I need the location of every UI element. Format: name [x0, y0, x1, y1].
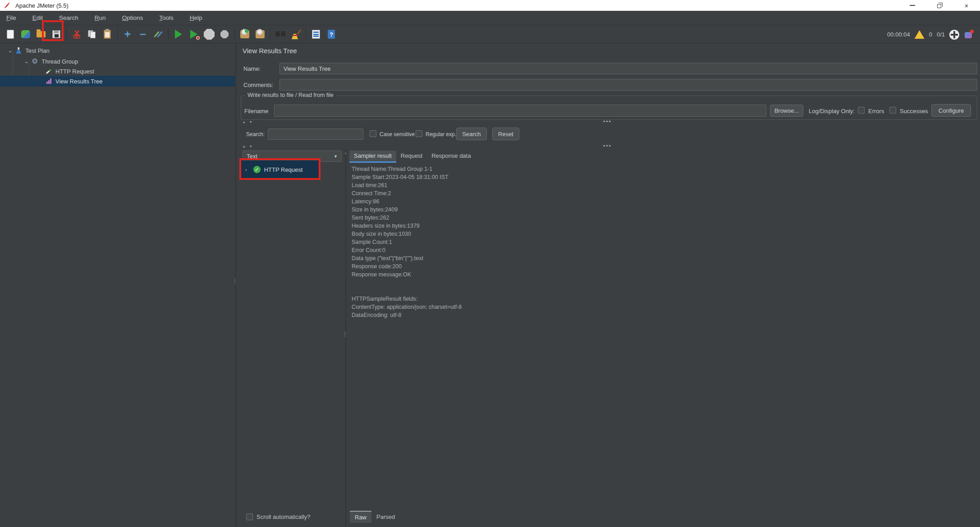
- toggle-icon[interactable]: [151, 27, 165, 41]
- menu-item[interactable]: File: [3, 12, 22, 23]
- search-icon[interactable]: [274, 27, 287, 41]
- filename-input[interactable]: [274, 105, 766, 117]
- tree-item-thread-group[interactable]: ⌄ ⚙ Thread Group: [24, 56, 78, 67]
- splitter-grip[interactable]: •••: [603, 119, 612, 125]
- sampler-result-line: Sample Count:1: [352, 238, 938, 246]
- reset-button[interactable]: Reset: [492, 128, 519, 140]
- tree-item-test-plan[interactable]: ⌄ Test Plan: [8, 45, 50, 56]
- remove-icon[interactable]: −: [136, 27, 150, 41]
- thread-activity-icon[interactable]: [964, 30, 974, 40]
- case-sensitive-checkbox[interactable]: [370, 130, 376, 137]
- jmeter-logo-icon: [4, 2, 11, 9]
- menu-item[interactable]: Search: [55, 12, 84, 23]
- close-button[interactable]: ×: [953, 0, 980, 11]
- sampler-result-line: Latency:86: [352, 197, 938, 206]
- toolbar-separator: [306, 28, 306, 40]
- chevron-down-icon[interactable]: ⌄: [24, 59, 28, 64]
- chevron-right-icon[interactable]: ›: [245, 167, 247, 172]
- sampler-result-line: Response message:OK: [352, 270, 938, 279]
- result-tabbar: Sampler result Request Response data: [349, 150, 476, 161]
- shutdown-icon[interactable]: [218, 27, 231, 41]
- minimize-button[interactable]: [899, 0, 926, 11]
- warning-count: 0: [929, 31, 932, 38]
- splitter-arrows[interactable]: ▲ ▼: [243, 120, 254, 124]
- start-icon[interactable]: [172, 27, 185, 41]
- test-plan-tree: ⌄ Test Plan ⌄ ⚙ Thread Group HTTP Reques…: [0, 43, 235, 527]
- title-bar: Apache JMeter (5.5) ×: [0, 0, 980, 11]
- new-icon[interactable]: [4, 27, 17, 41]
- templates-icon[interactable]: [19, 27, 32, 41]
- tree-item-label: HTTP Request: [55, 68, 94, 75]
- success-shield-icon: ✓: [253, 166, 261, 173]
- sampler-result-line: Data type ("text"|"bin"|""):text: [352, 254, 938, 262]
- function-helper-icon[interactable]: [309, 27, 323, 41]
- tab-response-data[interactable]: Response data: [427, 151, 475, 161]
- save-icon[interactable]: [50, 27, 63, 41]
- tab-raw[interactable]: Raw: [350, 511, 371, 523]
- browse-button[interactable]: Browse...: [770, 105, 803, 117]
- results-splitter[interactable]: ⋮: [345, 149, 346, 527]
- menu-item[interactable]: Run: [91, 12, 111, 23]
- remote-start-icon[interactable]: [238, 27, 252, 41]
- help-icon[interactable]: ?: [325, 27, 338, 41]
- toolbar-separator: [117, 28, 118, 40]
- remote-stop-icon[interactable]: [253, 27, 267, 41]
- scroll-automatically-checkbox[interactable]: [246, 513, 253, 520]
- sampler-result-line: Thread Name:Thread Group 1-1: [352, 165, 938, 173]
- splitter-grip[interactable]: ⋮: [232, 280, 238, 282]
- warning-icon[interactable]: [915, 30, 925, 39]
- search-button[interactable]: Search: [456, 128, 487, 140]
- splitter-grip[interactable]: •••: [603, 143, 612, 149]
- configure-button[interactable]: Configure: [931, 104, 971, 117]
- chevron-down-icon[interactable]: ⌄: [8, 48, 12, 54]
- tab-sampler-result[interactable]: Sampler result: [349, 151, 396, 161]
- cut-icon[interactable]: [70, 27, 83, 41]
- tree-item-view-results-tree[interactable]: View Results Tree: [0, 76, 235, 87]
- restore-button[interactable]: [926, 0, 953, 11]
- tab-parsed[interactable]: Parsed: [371, 511, 400, 522]
- splitter-grip[interactable]: ⋮: [342, 333, 348, 335]
- menu-item[interactable]: Help: [186, 12, 208, 23]
- clear-all-icon[interactable]: [289, 27, 302, 41]
- open-icon[interactable]: [34, 27, 48, 41]
- sampler-result-text: Thread Name:Thread Group 1-1Sample Start…: [352, 165, 938, 319]
- successes-checkbox[interactable]: [889, 107, 896, 114]
- main-splitter[interactable]: ⋮: [235, 43, 236, 527]
- comments-input[interactable]: [279, 79, 977, 91]
- regular-exp-checkbox[interactable]: [416, 130, 422, 137]
- add-icon[interactable]: +: [121, 27, 134, 41]
- sampler-result-line: Response code:200: [352, 262, 938, 270]
- result-item-label: HTTP Request: [264, 166, 303, 173]
- menu-item[interactable]: Options: [119, 12, 149, 23]
- menu-item[interactable]: Edit: [29, 12, 48, 23]
- stop-threads-icon[interactable]: [949, 30, 959, 40]
- menu-item[interactable]: Tools: [156, 12, 179, 23]
- toolbar-separator: [234, 28, 235, 40]
- copy-icon[interactable]: [85, 27, 99, 41]
- window-title: Apache JMeter (5.5): [15, 2, 69, 9]
- horizontal-splitter[interactable]: ▲ ▼ •••: [238, 144, 980, 150]
- paste-icon[interactable]: [101, 27, 114, 41]
- reset-button-label: Reset: [498, 131, 513, 137]
- collapse-left-icon[interactable]: ‹: [345, 151, 346, 156]
- toolbar: + − ? 00:00:04 0 0/1: [0, 26, 980, 43]
- name-input[interactable]: View Results Tree: [279, 63, 977, 74]
- regular-exp-label: Regular exp.: [426, 131, 456, 137]
- browse-label: Browse...: [774, 107, 799, 114]
- raw-parsed-tabbar: Raw Parsed: [350, 511, 400, 523]
- horizontal-splitter[interactable]: ▲ ▼ •••: [238, 120, 980, 125]
- splitter-arrows[interactable]: ▲ ▼: [243, 145, 254, 148]
- stop-icon[interactable]: [202, 27, 216, 41]
- tree-item-http-request[interactable]: HTTP Request: [45, 66, 94, 77]
- chevron-down-icon: ▼: [334, 154, 338, 159]
- search-input[interactable]: [268, 128, 363, 140]
- tab-request[interactable]: Request: [396, 151, 427, 161]
- tree-item-label: Test Plan: [25, 47, 49, 54]
- view-results-tree-icon: [45, 78, 52, 85]
- errors-checkbox[interactable]: [858, 107, 865, 114]
- comments-label: Comments:: [243, 82, 273, 88]
- scroll-automatically-label: Scroll automatically?: [256, 513, 310, 520]
- test-plan-icon: [15, 47, 22, 54]
- start-no-pauses-icon[interactable]: [187, 27, 201, 41]
- result-item-http-request[interactable]: › ✓ HTTP Request: [241, 160, 319, 179]
